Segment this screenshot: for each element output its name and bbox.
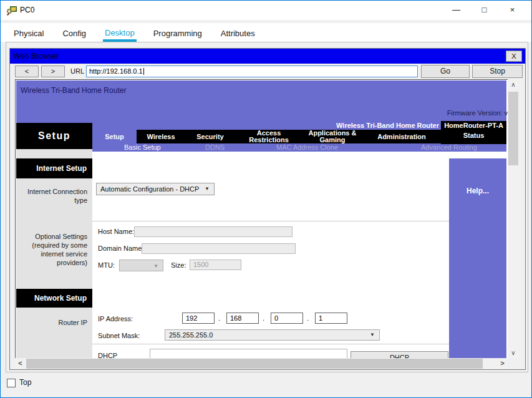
window-titlebar: PC0 — □ ×: [1, 1, 531, 20]
tab-physical[interactable]: Physical: [12, 29, 46, 42]
mtu-label: MTU:: [98, 261, 115, 269]
window-controls: — □ ×: [442, 1, 526, 20]
url-input[interactable]: http://192.168.0.1: [86, 66, 418, 77]
octet-separator: .: [218, 314, 220, 322]
model-label: HomeRouter-PT-A: [441, 121, 506, 129]
optional-settings-label: Optional Settings (required by some inte…: [16, 232, 92, 267]
nav-item-administration[interactable]: Administration: [362, 130, 441, 143]
nav-item-security[interactable]: Security: [185, 130, 235, 143]
maximize-button[interactable]: □: [470, 1, 498, 20]
dhcp-label: DHCP: [98, 352, 117, 358]
text-caret: [143, 68, 144, 75]
octet-separator: .: [307, 314, 309, 322]
host-name-input[interactable]: [134, 226, 293, 237]
nav-item-setup[interactable]: Setup: [92, 130, 137, 143]
minimize-button[interactable]: —: [442, 1, 470, 20]
ip-octet-input-1[interactable]: 192: [182, 313, 215, 324]
dhcp-input[interactable]: [150, 349, 347, 358]
close-button[interactable]: ×: [498, 1, 526, 20]
vertical-scroll-thumb[interactable]: [508, 92, 518, 165]
mtu-dropdown[interactable]: ▼: [119, 260, 163, 271]
size-input[interactable]: 1500: [190, 260, 241, 270]
nav-item-applications-gaming[interactable]: Applications & Gaming: [302, 130, 362, 143]
url-value: http://192.168.0.1: [89, 67, 143, 75]
subnav-item-advanced-routing[interactable]: Advanced Routing: [421, 143, 477, 152]
subnet-mask-value: 255.255.255.0: [169, 331, 213, 339]
horizontal-scrollbar[interactable]: < >: [15, 358, 508, 369]
router-banner: Wireless Tri-Band Home Router Firmware V…: [16, 80, 506, 120]
tab-desktop[interactable]: Desktop: [103, 28, 137, 42]
stop-button[interactable]: Stop: [472, 65, 523, 78]
octet-separator: .: [263, 314, 264, 322]
firmware-version: Firmware Version: v: [447, 109, 508, 117]
dropdown-arrow-icon: ▼: [370, 330, 375, 340]
subnav-item-basic-setup[interactable]: Basic Setup: [124, 143, 161, 152]
tab-config[interactable]: Config: [60, 29, 88, 42]
router-ip-label: Router IP: [16, 318, 92, 327]
domain-name-label: Domain Name:: [98, 245, 143, 252]
help-panel[interactable]: Help...: [449, 158, 506, 358]
dropdown-arrow-icon: ▼: [153, 263, 158, 268]
router-nav-bar: Wireless Security Access Restrictions Ap…: [137, 130, 441, 143]
connection-type-dropdown[interactable]: Automatic Configuration - DHCP ▼: [96, 183, 215, 195]
tab-attributes[interactable]: Attributes: [219, 29, 257, 42]
ip-octet-input-4[interactable]: 1: [315, 313, 347, 324]
subnet-mask-dropdown[interactable]: 255.255.255.0 ▼: [165, 329, 380, 341]
horizontal-scroll-thumb[interactable]: [26, 359, 483, 369]
url-label: URL: [70, 64, 84, 79]
browser-title: Web Browser: [14, 52, 59, 61]
device-tab-bar: Physical Config Desktop Programming Attr…: [1, 23, 531, 42]
pc0-window: PC0 — □ × Physical Config Desktop Progra…: [0, 0, 532, 398]
connection-type-value: Automatic Configuration - DHCP: [100, 185, 199, 193]
scroll-right-button[interactable]: >: [497, 358, 508, 369]
ip-octet-input-2[interactable]: 168: [226, 313, 259, 324]
desktop-pane: Web Browser X < > URL http://192.168.0.1…: [6, 42, 528, 372]
nav-gap: [92, 152, 506, 158]
subnet-mask-label: Subnet Mask:: [98, 332, 140, 339]
pc-device-icon: [7, 6, 17, 16]
window-title: PC0: [20, 1, 34, 20]
form-divider: [92, 221, 449, 221]
top-checkbox[interactable]: [7, 379, 16, 387]
host-name-label: Host Name:: [98, 228, 134, 235]
browser-titlebar: Web Browser: [10, 49, 525, 64]
domain-name-input[interactable]: [142, 243, 296, 254]
forward-button[interactable]: >: [41, 66, 65, 77]
ip-octet-input-3[interactable]: 0: [271, 313, 303, 324]
vertical-scrollbar[interactable]: ∧ ∨: [508, 79, 519, 358]
dhcp-reservation-button[interactable]: DHCP: [351, 351, 448, 358]
web-browser-window: Web Browser X < > URL http://192.168.0.1…: [10, 49, 525, 369]
ip-address-label: IP Address:: [98, 315, 133, 323]
internet-setup-header: Internet Setup: [16, 158, 92, 178]
router-setup-page: Wireless Tri-Band Home Router Firmware V…: [16, 80, 506, 358]
internet-connection-type-label: Internet Connection type: [16, 187, 92, 205]
scrollbar-corner: [508, 358, 519, 369]
browser-viewport: Wireless Tri-Band Home Router Firmware V…: [15, 79, 508, 358]
scroll-down-button[interactable]: ∨: [508, 347, 519, 358]
page-section-title: Setup: [16, 123, 92, 149]
size-label: Size:: [171, 261, 186, 269]
scroll-up-button[interactable]: ∧: [508, 79, 519, 90]
top-checkbox-label: Top: [19, 378, 31, 387]
dropdown-arrow-icon: ▼: [205, 183, 210, 195]
subnav-item-ddns[interactable]: DDNS: [205, 143, 225, 152]
brand-label: Wireless Tri-Band Home Router: [336, 122, 439, 129]
browser-close-button[interactable]: X: [506, 51, 522, 62]
scroll-left-button[interactable]: <: [15, 358, 26, 369]
banner-title: Wireless Tri-Band Home Router: [21, 86, 126, 95]
nav-item-status[interactable]: Status: [441, 132, 506, 139]
form-divider: [92, 344, 449, 344]
model-box: HomeRouter-PT-A Status: [441, 121, 506, 144]
back-button[interactable]: <: [15, 66, 39, 77]
nav-item-wireless[interactable]: Wireless: [137, 130, 185, 143]
go-button[interactable]: Go: [421, 65, 470, 78]
tab-programming[interactable]: Programming: [152, 29, 204, 42]
magnifier-handle-icon: [7, 13, 9, 16]
nav-item-access-restrictions[interactable]: Access Restrictions: [235, 130, 302, 143]
network-setup-header: Network Setup: [16, 289, 92, 308]
subnav-item-mac-address-clone[interactable]: MAC Address Clone: [276, 143, 338, 152]
help-label: Help...: [449, 158, 506, 195]
